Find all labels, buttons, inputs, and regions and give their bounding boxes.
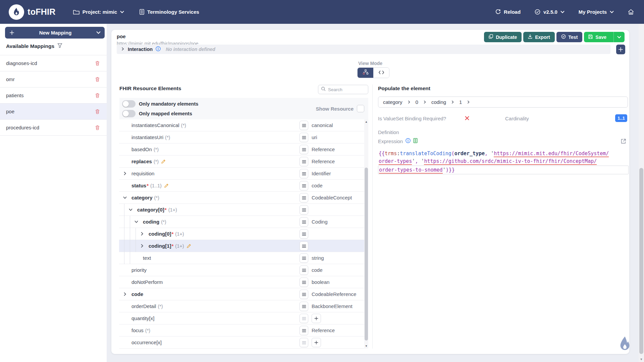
element-row-orderDetail[interactable]: orderDetail(*)BackboneElement (119, 300, 364, 312)
search-input[interactable] (328, 87, 363, 92)
delete-mapping-icon[interactable] (95, 93, 100, 98)
row-menu-button[interactable] (300, 133, 308, 142)
mapping-item-diagnoses-icd[interactable]: diagnoses-icd (0, 55, 107, 71)
row-menu-button[interactable] (300, 290, 308, 299)
element-row-status[interactable]: status*(1..1)code (119, 180, 364, 192)
element-row-code[interactable]: codeCodeableReference (119, 288, 364, 300)
save-button[interactable]: Save (584, 32, 625, 42)
element-row-coding[interactable]: coding(*)Coding (119, 216, 364, 228)
app-logo[interactable]: toFHIR (9, 4, 56, 20)
chevron-down-icon[interactable] (128, 207, 137, 212)
element-row-instantiatesUri[interactable]: instantiatesUri(*)uri (119, 131, 364, 143)
page-scroll-down-arrow[interactable]: ▼ (639, 358, 644, 361)
version-menu[interactable]: v2.5.0 (535, 9, 565, 15)
snippet-list-icon[interactable] (413, 138, 418, 144)
delete-mapping-icon[interactable] (95, 109, 100, 114)
scroll-down-arrow[interactable]: ▼ (364, 345, 368, 348)
new-mapping-button[interactable]: New Mapping (5, 27, 105, 39)
element-row-occurrence[x][interactable]: occurrence[x] (119, 337, 364, 349)
duplicate-button[interactable]: Duplicate (484, 32, 522, 42)
mapping-item-omr[interactable]: omr (0, 71, 107, 87)
row-menu-button[interactable] (300, 253, 308, 263)
breadcrumb-item-category[interactable]: category (383, 99, 402, 105)
test-button[interactable]: Test (556, 32, 583, 42)
element-row-priority[interactable]: prioritycode (119, 264, 364, 276)
expand-editor-icon[interactable] (621, 138, 626, 144)
add-element-button[interactable] (312, 314, 321, 323)
page-scrollbar-thumb[interactable] (639, 168, 643, 354)
element-row-requisition[interactable]: requisitionIdentifier (119, 168, 364, 180)
delete-mapping-icon[interactable] (95, 61, 100, 66)
code-view-button[interactable] (373, 68, 389, 78)
add-element-button[interactable] (312, 338, 321, 347)
element-row-instantiatesCanonical[interactable]: instantiatesCanonical(*)canonical (119, 119, 364, 131)
row-menu-button[interactable] (300, 326, 308, 335)
reload-button[interactable]: Reload (495, 9, 521, 15)
show-resource-checkbox[interactable] (357, 105, 364, 112)
filter-icon[interactable] (57, 43, 62, 49)
chevron-right-icon[interactable] (140, 232, 149, 236)
row-menu-button[interactable] (300, 338, 308, 347)
element-row-coding[1][interactable]: coding[1]*(1+) (119, 240, 364, 252)
element-row-replaces[interactable]: replaces(*)Reference (119, 156, 364, 168)
tree-scrollbar-thumb[interactable] (365, 168, 368, 341)
mapping-item-poe[interactable]: poe (0, 104, 107, 120)
edit-pencil-icon[interactable] (161, 159, 166, 164)
tree-scrollbar[interactable]: ▲ ▼ (364, 119, 368, 349)
chevron-right-icon[interactable] (123, 292, 131, 296)
export-button[interactable]: Export (523, 32, 554, 42)
row-menu-button[interactable] (300, 169, 308, 178)
row-menu-button[interactable] (300, 278, 308, 287)
element-row-category[interactable]: category(*)CodeableConcept (119, 192, 364, 204)
chevron-right-icon[interactable] (123, 171, 131, 176)
chevron-right-icon[interactable] (140, 244, 149, 248)
element-search[interactable] (318, 85, 368, 94)
breadcrumb-item-coding[interactable]: coding (431, 99, 446, 105)
row-menu-button[interactable] (300, 314, 308, 323)
save-dropdown-caret[interactable] (613, 32, 625, 42)
breadcrumb-item-1[interactable]: 1 (459, 99, 462, 105)
save-main[interactable]: Save (584, 35, 611, 40)
expression-editor[interactable]: {{trms:translateToCoding(order_type, 'ht… (378, 150, 629, 174)
delete-mapping-icon[interactable] (95, 125, 100, 130)
row-menu-button[interactable] (300, 205, 308, 215)
row-menu-button[interactable] (300, 229, 308, 239)
row-menu-button[interactable] (300, 265, 308, 275)
page-scrollbar[interactable]: ▼ (639, 24, 644, 362)
element-row-category[0][interactable]: category[0]*(1+) (119, 204, 364, 216)
breadcrumb-item-0[interactable]: 0 (416, 99, 418, 105)
row-menu-button[interactable] (300, 181, 308, 190)
element-row-focus[interactable]: focus(*)Reference (119, 324, 364, 337)
mapping-item-patients[interactable]: patients (0, 87, 107, 104)
tree-view-button[interactable] (358, 68, 373, 78)
delete-mapping-icon[interactable] (95, 77, 100, 82)
row-menu-button[interactable] (300, 217, 308, 227)
element-row-doNotPerform[interactable]: doNotPerformboolean (119, 276, 364, 288)
info-icon[interactable] (406, 138, 411, 144)
home-button[interactable] (628, 9, 634, 15)
element-row-coding[0][interactable]: coding[0]*(1+) (119, 228, 364, 240)
edit-pencil-icon[interactable] (186, 244, 191, 248)
only-mapped-toggle[interactable] (122, 110, 136, 117)
row-menu-button[interactable] (300, 302, 308, 311)
row-menu-button[interactable] (300, 193, 308, 202)
chevron-down-icon[interactable] (134, 220, 143, 224)
scroll-up-arrow[interactable]: ▲ (364, 120, 368, 123)
row-menu-button[interactable] (300, 157, 308, 166)
row-menu-button[interactable] (300, 145, 308, 154)
row-menu-button[interactable] (300, 121, 308, 130)
my-projects-menu[interactable]: My Projects (579, 9, 614, 15)
add-button[interactable] (616, 45, 625, 54)
edit-pencil-icon[interactable] (164, 183, 169, 188)
element-row-quantity[x][interactable]: quantity[x] (119, 312, 364, 324)
row-menu-button[interactable] (300, 241, 308, 251)
interaction-accordion[interactable]: Interaction No interaction defined (117, 45, 610, 54)
info-icon[interactable] (156, 46, 161, 53)
mapping-item-procedures-icd[interactable]: procedures-icd (0, 120, 107, 136)
nav-project-menu[interactable]: Project: mimic (73, 9, 124, 15)
element-row-text[interactable]: textstring (119, 252, 364, 264)
only-mandatory-toggle[interactable] (122, 100, 136, 108)
nav-terminology[interactable]: Terminology Services (140, 9, 199, 15)
chevron-down-icon[interactable] (123, 195, 131, 200)
element-row-basedOn[interactable]: basedOn(*)Reference (119, 143, 364, 156)
